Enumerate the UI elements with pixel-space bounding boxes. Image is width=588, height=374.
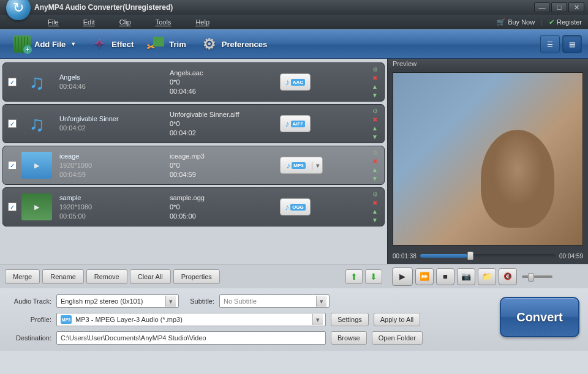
preferences-button[interactable]: ⚙ Preferences <box>194 33 274 55</box>
format-badge: ♪AAC <box>280 73 311 91</box>
mute-button[interactable]: 🔇 <box>499 268 517 285</box>
output-name: sample.ogg <box>170 193 280 203</box>
move-up-button[interactable]: ⬆ <box>345 269 363 284</box>
buy-now-button[interactable]: 🛒Buy Now <box>491 18 541 26</box>
file-name: Unforgivable Sinner <box>59 114 170 124</box>
subtitle-select[interactable]: No Subtitle <box>219 294 330 308</box>
trim-button[interactable]: Trim <box>141 34 193 54</box>
add-file-button[interactable]: Add File ▼ <box>6 33 83 55</box>
file-checkbox[interactable]: ✓ <box>8 119 17 128</box>
file-row[interactable]: ✓♫Angels00:04:46Angels.aac0*000:04:46♪AA… <box>2 62 385 102</box>
menu-clip[interactable]: Clip <box>107 18 143 26</box>
audio-icon: ♫ <box>21 69 52 95</box>
file-checkbox[interactable]: ✓ <box>8 78 17 86</box>
row-up-icon[interactable]: ▲ <box>371 166 379 174</box>
audio-track-select[interactable]: English mp2 stereo (0x101) <box>56 294 179 308</box>
row-delete-icon[interactable]: ✖ <box>371 199 379 207</box>
settings-button[interactable]: Settings <box>331 313 369 326</box>
preview-label: Preview <box>388 59 588 70</box>
effect-icon: ✦ <box>91 36 108 53</box>
row-up-icon[interactable]: ▲ <box>371 208 379 215</box>
rename-button[interactable]: Rename <box>42 269 84 284</box>
seek-slider[interactable] <box>420 254 556 258</box>
preview-panel: Preview 00:01:38 00:04:59 <box>387 59 588 264</box>
audio-icon: ♫ <box>21 110 52 137</box>
clear-all-button[interactable]: Clear All <box>130 269 171 284</box>
snapshot-button[interactable]: 📷 <box>457 268 475 285</box>
file-checkbox[interactable]: ✓ <box>8 161 17 170</box>
row-settings-icon[interactable]: ⚙ <box>371 190 379 198</box>
window-title: AnyMP4 Audio Converter(Unregistered) <box>34 3 173 12</box>
fast-forward-button[interactable]: ⏩ <box>415 268 434 285</box>
row-up-icon[interactable]: ▲ <box>371 124 379 132</box>
file-name: Angels <box>59 73 170 82</box>
minimize-button[interactable]: — <box>534 2 550 12</box>
row-down-icon[interactable]: ▼ <box>371 216 379 224</box>
preview-frame-content <box>481 130 554 228</box>
add-file-label: Add File <box>34 40 66 49</box>
destination-value: C:\Users\User\Documents\AnyMP4 Studio\Vi… <box>61 334 206 342</box>
register-button[interactable]: ✔Register <box>543 18 588 26</box>
format-badge: ♪OGG <box>280 198 311 215</box>
menu-file[interactable]: File <box>36 18 71 26</box>
row-down-icon[interactable]: ▼ <box>371 133 379 141</box>
row-down-icon[interactable]: ▼ <box>371 91 379 99</box>
menu-tools[interactable]: Tools <box>143 18 184 26</box>
row-settings-icon[interactable]: ⚙ <box>371 149 379 157</box>
effect-label: Effect <box>111 40 134 49</box>
output-name: Unforgivable Sinner.aiff <box>170 110 280 119</box>
close-button[interactable]: ✕ <box>568 2 584 12</box>
menu-edit[interactable]: Edit <box>71 18 107 26</box>
file-meta: 00:04:02 <box>59 124 170 133</box>
output-meta: 0*000:04:02 <box>170 119 280 138</box>
menu-help[interactable]: Help <box>183 18 222 26</box>
destination-input[interactable]: C:\Users\User\Documents\AnyMP4 Studio\Vi… <box>56 331 326 345</box>
buy-now-label: Buy Now <box>508 18 535 26</box>
row-settings-icon[interactable]: ⚙ <box>371 107 379 115</box>
row-delete-icon[interactable]: ✖ <box>371 116 379 124</box>
remove-button[interactable]: Remove <box>86 269 127 284</box>
volume-slider[interactable] <box>522 275 552 278</box>
profile-select[interactable]: MP3 MP3 - MPEG Layer-3 Audio (*.mp3) <box>56 313 326 326</box>
bottom-panel: Audio Track: English mp2 stereo (0x101) … <box>0 288 588 351</box>
row-delete-icon[interactable]: ✖ <box>371 74 379 82</box>
properties-button[interactable]: Properties <box>173 269 220 284</box>
file-row[interactable]: ✓♫Unforgivable Sinner00:04:02Unforgivabl… <box>2 104 385 143</box>
check-icon: ✔ <box>549 18 554 26</box>
file-row[interactable]: ✓▶sample1920*108000:05:00sample.ogg0*000… <box>2 187 385 226</box>
open-folder-button[interactable]: Open Folder <box>372 331 423 345</box>
output-name: iceage.mp3 <box>170 152 280 161</box>
preview-video[interactable] <box>393 72 583 245</box>
maximize-button[interactable]: □ <box>551 2 567 12</box>
list-actions: Merge Rename Remove Clear All Properties… <box>0 264 387 288</box>
seek-thumb[interactable] <box>467 252 473 260</box>
format-badge: ♪AIFF <box>280 115 311 132</box>
open-snapshot-folder-button[interactable]: 📁 <box>478 268 496 285</box>
stop-button[interactable]: ■ <box>436 268 454 285</box>
output-name: Angels.aac <box>170 69 280 78</box>
file-row[interactable]: ✓▶iceage1920*108000:04:59iceage.mp30*000… <box>2 146 385 185</box>
row-down-icon[interactable]: ▼ <box>371 174 379 182</box>
row-delete-icon[interactable]: ✖ <box>371 157 379 165</box>
file-checkbox[interactable]: ✓ <box>8 203 17 211</box>
grid-view-button[interactable]: ▤ <box>562 35 582 53</box>
gear-icon: ⚙ <box>201 36 218 53</box>
merge-button[interactable]: Merge <box>5 269 40 284</box>
format-badge[interactable]: ♪MP3 <box>280 157 323 174</box>
toolbar: Add File ▼ ✦ Effect Trim ⚙ Preferences ☰… <box>0 29 588 59</box>
effect-button[interactable]: ✦ Effect <box>83 33 141 55</box>
subtitle-label: Subtitle: <box>184 297 214 305</box>
music-note-icon: ♪ <box>285 202 289 212</box>
output-meta: 0*000:04:59 <box>170 161 280 179</box>
move-down-button[interactable]: ⬇ <box>365 269 382 284</box>
row-settings-icon[interactable]: ⚙ <box>371 65 379 73</box>
play-button[interactable]: ▶ <box>392 267 413 286</box>
browse-button[interactable]: Browse <box>331 331 367 345</box>
row-up-icon[interactable]: ▲ <box>371 83 379 91</box>
list-view-button[interactable]: ☰ <box>540 35 560 53</box>
play-overlay-icon: ▶ <box>34 203 39 211</box>
file-meta: 1920*108000:05:00 <box>59 203 170 221</box>
convert-button[interactable]: Convert <box>500 297 579 337</box>
music-note-icon: ♪ <box>285 77 290 87</box>
apply-to-all-button[interactable]: Apply to All <box>374 313 420 326</box>
